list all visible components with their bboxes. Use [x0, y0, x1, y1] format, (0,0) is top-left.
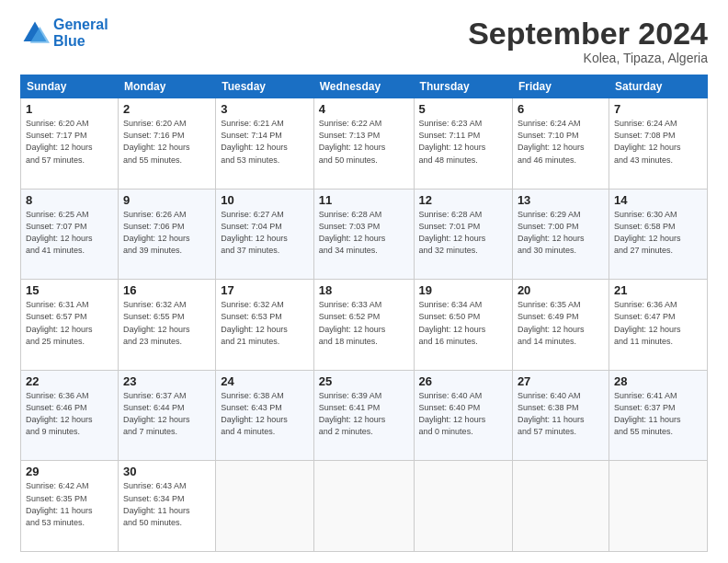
table-row: 30Sunrise: 6:43 AM Sunset: 6:34 PM Dayli… [118, 461, 215, 552]
day-number: 8 [26, 193, 113, 207]
col-friday: Friday [512, 75, 609, 98]
table-row: 18Sunrise: 6:33 AM Sunset: 6:52 PM Dayli… [313, 280, 414, 371]
location: Kolea, Tipaza, Algeria [468, 51, 708, 65]
table-row: 21Sunrise: 6:36 AM Sunset: 6:47 PM Dayli… [609, 280, 707, 371]
table-row: 29Sunrise: 6:42 AM Sunset: 6:35 PM Dayli… [21, 461, 119, 552]
table-row: 6Sunrise: 6:24 AM Sunset: 7:10 PM Daylig… [512, 98, 609, 190]
table-row: 3Sunrise: 6:21 AM Sunset: 7:14 PM Daylig… [216, 98, 314, 190]
day-number: 12 [419, 193, 507, 207]
table-row: 12Sunrise: 6:28 AM Sunset: 7:01 PM Dayli… [414, 189, 512, 280]
logo-icon [20, 18, 50, 48]
day-info: Sunrise: 6:40 AM Sunset: 6:38 PM Dayligh… [518, 390, 604, 438]
col-tuesday: Tuesday [216, 75, 314, 98]
table-row: 7Sunrise: 6:24 AM Sunset: 7:08 PM Daylig… [609, 98, 707, 190]
col-sunday: Sunday [21, 75, 119, 98]
table-row: 25Sunrise: 6:39 AM Sunset: 6:41 PM Dayli… [313, 370, 414, 461]
page: General Blue September 2024 Kolea, Tipaz… [0, 0, 728, 563]
day-info: Sunrise: 6:27 AM Sunset: 7:04 PM Dayligh… [221, 209, 309, 257]
calendar-week-row: 8Sunrise: 6:25 AM Sunset: 7:07 PM Daylig… [21, 189, 708, 280]
day-number: 3 [221, 102, 309, 116]
col-saturday: Saturday [609, 75, 707, 98]
col-thursday: Thursday [414, 75, 512, 98]
col-monday: Monday [118, 75, 215, 98]
day-info: Sunrise: 6:30 AM Sunset: 6:58 PM Dayligh… [614, 209, 702, 257]
table-row: 8Sunrise: 6:25 AM Sunset: 7:07 PM Daylig… [21, 189, 119, 280]
calendar-week-row: 29Sunrise: 6:42 AM Sunset: 6:35 PM Dayli… [21, 461, 708, 552]
day-number: 2 [123, 102, 210, 116]
day-number: 1 [26, 102, 113, 116]
day-info: Sunrise: 6:34 AM Sunset: 6:50 PM Dayligh… [419, 299, 507, 347]
table-row [216, 461, 314, 552]
day-info: Sunrise: 6:38 AM Sunset: 6:43 PM Dayligh… [221, 390, 309, 438]
day-info: Sunrise: 6:36 AM Sunset: 6:46 PM Dayligh… [26, 390, 113, 438]
day-number: 30 [123, 465, 210, 478]
table-row [512, 461, 609, 552]
day-info: Sunrise: 6:20 AM Sunset: 7:17 PM Dayligh… [26, 118, 113, 166]
day-number: 25 [319, 374, 409, 388]
day-info: Sunrise: 6:35 AM Sunset: 6:49 PM Dayligh… [518, 299, 604, 347]
title-block: September 2024 Kolea, Tipaza, Algeria [468, 17, 708, 65]
day-info: Sunrise: 6:23 AM Sunset: 7:11 PM Dayligh… [419, 118, 507, 166]
day-number: 19 [419, 283, 507, 297]
day-info: Sunrise: 6:32 AM Sunset: 6:55 PM Dayligh… [123, 299, 210, 347]
day-number: 16 [123, 283, 210, 297]
table-row: 10Sunrise: 6:27 AM Sunset: 7:04 PM Dayli… [216, 189, 314, 280]
day-info: Sunrise: 6:37 AM Sunset: 6:44 PM Dayligh… [123, 390, 210, 438]
day-info: Sunrise: 6:21 AM Sunset: 7:14 PM Dayligh… [221, 118, 309, 166]
day-number: 23 [123, 374, 210, 388]
day-number: 11 [319, 193, 409, 207]
table-row: 22Sunrise: 6:36 AM Sunset: 6:46 PM Dayli… [21, 370, 119, 461]
table-row: 4Sunrise: 6:22 AM Sunset: 7:13 PM Daylig… [313, 98, 414, 190]
table-row [414, 461, 512, 552]
day-info: Sunrise: 6:33 AM Sunset: 6:52 PM Dayligh… [319, 299, 409, 347]
day-number: 21 [614, 283, 702, 297]
table-row [609, 461, 707, 552]
table-row: 5Sunrise: 6:23 AM Sunset: 7:11 PM Daylig… [414, 98, 512, 190]
day-number: 22 [26, 374, 113, 388]
day-info: Sunrise: 6:42 AM Sunset: 6:35 PM Dayligh… [26, 480, 113, 528]
table-row: 28Sunrise: 6:41 AM Sunset: 6:37 PM Dayli… [609, 370, 707, 461]
table-row: 20Sunrise: 6:35 AM Sunset: 6:49 PM Dayli… [512, 280, 609, 371]
table-row: 13Sunrise: 6:29 AM Sunset: 7:00 PM Dayli… [512, 189, 609, 280]
table-row: 23Sunrise: 6:37 AM Sunset: 6:44 PM Dayli… [118, 370, 215, 461]
day-info: Sunrise: 6:22 AM Sunset: 7:13 PM Dayligh… [319, 118, 409, 166]
day-info: Sunrise: 6:39 AM Sunset: 6:41 PM Dayligh… [319, 390, 409, 438]
calendar-header-row: Sunday Monday Tuesday Wednesday Thursday… [21, 75, 708, 98]
day-number: 15 [26, 283, 113, 297]
table-row: 17Sunrise: 6:32 AM Sunset: 6:53 PM Dayli… [216, 280, 314, 371]
day-info: Sunrise: 6:43 AM Sunset: 6:34 PM Dayligh… [123, 480, 210, 528]
logo: General Blue [20, 17, 108, 50]
table-row: 24Sunrise: 6:38 AM Sunset: 6:43 PM Dayli… [216, 370, 314, 461]
table-row: 19Sunrise: 6:34 AM Sunset: 6:50 PM Dayli… [414, 280, 512, 371]
day-info: Sunrise: 6:24 AM Sunset: 7:08 PM Dayligh… [614, 118, 702, 166]
day-number: 28 [614, 374, 702, 388]
table-row [313, 461, 414, 552]
table-row: 14Sunrise: 6:30 AM Sunset: 6:58 PM Dayli… [609, 189, 707, 280]
table-row: 9Sunrise: 6:26 AM Sunset: 7:06 PM Daylig… [118, 189, 215, 280]
day-number: 10 [221, 193, 309, 207]
day-info: Sunrise: 6:20 AM Sunset: 7:16 PM Dayligh… [123, 118, 210, 166]
day-number: 26 [419, 374, 507, 388]
calendar-week-row: 1Sunrise: 6:20 AM Sunset: 7:17 PM Daylig… [21, 98, 708, 190]
day-info: Sunrise: 6:28 AM Sunset: 7:03 PM Dayligh… [319, 209, 409, 257]
day-number: 4 [319, 102, 409, 116]
day-number: 5 [419, 102, 507, 116]
day-info: Sunrise: 6:32 AM Sunset: 6:53 PM Dayligh… [221, 299, 309, 347]
day-info: Sunrise: 6:24 AM Sunset: 7:10 PM Dayligh… [518, 118, 604, 166]
day-info: Sunrise: 6:26 AM Sunset: 7:06 PM Dayligh… [123, 209, 210, 257]
table-row: 16Sunrise: 6:32 AM Sunset: 6:55 PM Dayli… [118, 280, 215, 371]
table-row: 11Sunrise: 6:28 AM Sunset: 7:03 PM Dayli… [313, 189, 414, 280]
day-number: 18 [319, 283, 409, 297]
table-row: 2Sunrise: 6:20 AM Sunset: 7:16 PM Daylig… [118, 98, 215, 190]
day-info: Sunrise: 6:40 AM Sunset: 6:40 PM Dayligh… [419, 390, 507, 438]
day-number: 6 [518, 102, 604, 116]
day-info: Sunrise: 6:31 AM Sunset: 6:57 PM Dayligh… [26, 299, 113, 347]
table-row: 1Sunrise: 6:20 AM Sunset: 7:17 PM Daylig… [21, 98, 119, 190]
day-number: 20 [518, 283, 604, 297]
day-info: Sunrise: 6:28 AM Sunset: 7:01 PM Dayligh… [419, 209, 507, 257]
calendar-table: Sunday Monday Tuesday Wednesday Thursday… [20, 75, 708, 552]
day-number: 13 [518, 193, 604, 207]
day-number: 27 [518, 374, 604, 388]
day-number: 29 [26, 465, 113, 478]
day-info: Sunrise: 6:41 AM Sunset: 6:37 PM Dayligh… [614, 390, 702, 438]
